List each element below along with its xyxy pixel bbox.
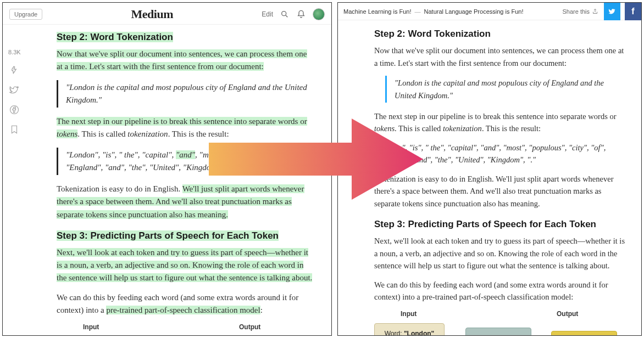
- crumb-sep: —: [415, 8, 421, 15]
- facebook-icon[interactable]: [9, 105, 19, 116]
- step2-para3-r: Tokenization is easy to do in English. W…: [374, 173, 626, 210]
- step2-para1-r: Now that we've split our document into s…: [374, 44, 626, 69]
- clap-count: 8.3K: [8, 49, 21, 55]
- twitter-share-button[interactable]: [604, 3, 620, 20]
- step3-para1-r: Next, we'll look at each token and try t…: [374, 235, 626, 272]
- step2-tokens: "London", "is", " the", "capital", "and"…: [57, 148, 315, 176]
- step2-para3: Tokenization is easy to do in English. W…: [57, 183, 315, 221]
- edit-link[interactable]: Edit: [262, 10, 273, 18]
- diagram-input-box: Word: "London" Surrounding words: "is", …: [374, 323, 445, 335]
- medium-logo: Medium: [131, 7, 173, 21]
- search-icon[interactable]: [280, 9, 290, 19]
- twitter-icon[interactable]: [9, 85, 19, 96]
- heading-step2-r: Step 2: Word Tokenization: [374, 28, 626, 40]
- svg-line-1: [286, 15, 287, 17]
- pos-diagram-left: Input Output Word: "London" Surrounding …: [57, 323, 315, 335]
- step3-para1: Next, we'll look at each token and try t…: [57, 246, 315, 285]
- left-rail: 8.3K: [8, 49, 21, 136]
- step2-para2-r: The next step in our pipeline is to brea…: [374, 110, 626, 135]
- diagram-output-box: "PROPER_NOUN": [551, 331, 617, 335]
- step2-para2: The next step in our pipeline is to brea…: [57, 115, 315, 141]
- blog-header: Machine Learning is Fun! — Natural Langu…: [338, 3, 641, 20]
- step3-para2: We can do this by feeding each word (and…: [57, 291, 315, 317]
- heading-step2: Step 2: Word Tokenization: [57, 31, 315, 43]
- medium-header: Upgrade Medium Edit: [3, 3, 331, 25]
- pos-diagram-right: Input Output Word: "London" Surrounding …: [374, 310, 626, 335]
- diagram-input-label: Input: [83, 323, 99, 331]
- step2-quote-r: "London is the capital and most populous…: [385, 76, 626, 103]
- article-body-left: Step 2: Word Tokenization Now that we've…: [57, 30, 315, 335]
- article-body-right: Step 2: Word Tokenization Now that we've…: [374, 27, 626, 335]
- bookmark-icon[interactable]: [9, 125, 19, 136]
- svg-point-0: [282, 11, 286, 15]
- step2-quote: "London is the capital and most populous…: [57, 80, 315, 108]
- blog-panel: Machine Learning is Fun! — Natural Langu…: [337, 2, 642, 336]
- step3-para2-r: We can do this by feeding each word (and…: [374, 279, 626, 303]
- heading-step3-r: Step 3: Predicting Parts of Speech for E…: [374, 218, 626, 230]
- diagram-output-label: Output: [239, 323, 260, 331]
- step2-tokens-r: "London", "is", " the", "capital", "and"…: [374, 142, 626, 166]
- bell-icon[interactable]: [296, 9, 306, 19]
- crumb-page[interactable]: Natural Language Processing is Fun!: [424, 8, 524, 15]
- step2-para1: Now that we've split our document into s…: [57, 48, 315, 74]
- crumb-site[interactable]: Machine Learning is Fun!: [343, 8, 412, 15]
- diagram-model-box: Part of Speech Prediction Model: [465, 328, 531, 335]
- upgrade-button[interactable]: Upgrade: [9, 9, 42, 20]
- diagram-input-label: Input: [401, 310, 417, 318]
- share-label: Share this: [562, 8, 599, 15]
- avatar[interactable]: [313, 8, 325, 20]
- diagram-output-label: Output: [557, 310, 578, 318]
- breadcrumb: Machine Learning is Fun! — Natural Langu…: [338, 8, 524, 15]
- medium-panel: Upgrade Medium Edit 8.3K: [2, 2, 332, 336]
- heading-step3: Step 3: Predicting Parts of Speech for E…: [57, 230, 315, 242]
- clap-icon[interactable]: [9, 64, 20, 76]
- facebook-share-button[interactable]: f: [625, 3, 641, 20]
